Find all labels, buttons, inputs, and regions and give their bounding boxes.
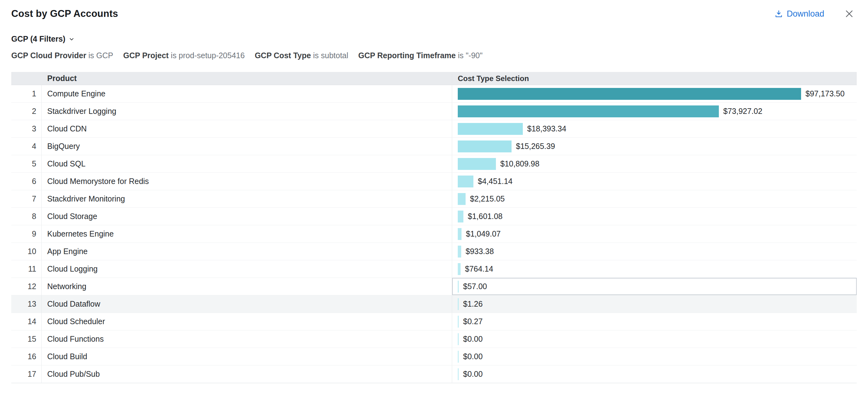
product-cell: Cloud Functions (41, 330, 452, 347)
cost-bar[interactable] (458, 193, 466, 205)
table-row[interactable]: 2Stackdriver Logging$73,927.02 (11, 102, 857, 120)
row-index: 14 (11, 313, 41, 330)
cost-value: $1.26 (463, 299, 483, 308)
cost-cell[interactable]: $73,927.02 (452, 102, 857, 120)
table-row[interactable]: 1Compute Engine$97,173.50 (11, 85, 857, 102)
cost-value: $0.00 (463, 352, 483, 361)
cost-value: $57.00 (463, 282, 487, 291)
table-row[interactable]: 3Cloud CDN$18,393.34 (11, 120, 857, 138)
cost-cell[interactable]: $15,265.39 (452, 138, 857, 155)
cost-bar[interactable] (458, 176, 473, 187)
cost-cell[interactable]: $0.00 (452, 365, 857, 383)
filter-condition: is subtotal (311, 51, 348, 60)
product-cell: Networking (41, 278, 452, 295)
row-index: 9 (11, 225, 41, 242)
close-icon (844, 9, 854, 19)
table-row[interactable]: 8Cloud Storage$1,601.08 (11, 208, 857, 225)
filters-dropdown[interactable]: GCP (4 Filters) (11, 34, 75, 43)
table-row[interactable]: 16Cloud Build$0.00 (11, 348, 857, 365)
cost-bar[interactable] (458, 123, 523, 135)
product-cell: Cloud Pub/Sub (41, 365, 452, 383)
cost-bar[interactable] (458, 316, 459, 328)
table-row[interactable]: 9Kubernetes Engine$1,049.07 (11, 225, 857, 243)
table-row[interactable]: 12Networking$57.00 (11, 278, 857, 295)
cost-bar[interactable] (458, 228, 462, 240)
table-row[interactable]: 14Cloud Scheduler$0.27 (11, 313, 857, 330)
cost-cell[interactable]: $0.00 (452, 330, 857, 347)
filter-chip[interactable]: GCP Cost Type is subtotal (255, 51, 348, 60)
cost-cell[interactable]: $97,173.50 (452, 85, 857, 102)
cost-bar[interactable] (458, 105, 719, 117)
filter-field: GCP Cost Type (255, 51, 311, 60)
cost-cell[interactable]: $0.27 (452, 313, 857, 330)
row-index: 16 (11, 348, 41, 365)
cost-bar[interactable] (458, 368, 459, 380)
cost-bar[interactable] (458, 246, 461, 258)
table-row[interactable]: 7Stackdriver Monitoring$2,215.05 (11, 190, 857, 208)
cost-value: $2,215.05 (470, 194, 505, 203)
cost-cell[interactable]: $1.26 (452, 295, 857, 312)
filter-list: GCP Cloud Provider is GCPGCP Project is … (11, 51, 868, 60)
cost-bar[interactable] (458, 333, 459, 345)
filter-chip[interactable]: GCP Project is prod-setup-205416 (123, 51, 245, 60)
table-row[interactable]: 4BigQuery$15,265.39 (11, 138, 857, 155)
table-row[interactable]: 6Cloud Memorystore for Redis$4,451.14 (11, 173, 857, 190)
download-button[interactable]: Download (775, 9, 824, 19)
cost-cell[interactable]: $4,451.14 (452, 173, 857, 190)
table-header: Product Cost Type Selection (11, 72, 857, 85)
product-cell: Cloud SQL (41, 155, 452, 173)
cost-value: $10,809.98 (500, 159, 539, 168)
product-cell: Compute Engine (41, 85, 452, 102)
filter-chip[interactable]: GCP Reporting Timeframe is "-90" (358, 51, 483, 60)
row-index: 2 (11, 102, 41, 120)
cost-value: $15,265.39 (516, 142, 555, 151)
table-row[interactable]: 17Cloud Pub/Sub$0.00 (11, 365, 857, 383)
cost-cell[interactable]: $933.38 (452, 243, 857, 260)
download-label: Download (787, 9, 824, 19)
cost-value: $18,393.34 (527, 124, 566, 133)
product-cell: Cloud Storage (41, 208, 452, 225)
cost-cell[interactable]: $764.14 (452, 260, 857, 277)
cost-bar[interactable] (458, 158, 496, 170)
table-row[interactable]: 13Cloud Dataflow$1.26 (11, 295, 857, 313)
cost-bar[interactable] (458, 263, 461, 275)
product-cell: Stackdriver Monitoring (41, 190, 452, 207)
cost-value: $0.00 (463, 369, 483, 379)
header-actions: Download (775, 9, 854, 19)
download-icon (775, 10, 783, 18)
close-button[interactable] (844, 9, 854, 19)
table-row[interactable]: 11Cloud Logging$764.14 (11, 260, 857, 278)
cost-cell[interactable]: $1,049.07 (452, 225, 857, 242)
product-cell: Cloud Scheduler (41, 313, 452, 330)
filter-field: GCP Cloud Provider (11, 51, 86, 60)
cost-cell[interactable]: $0.00 (452, 348, 857, 365)
table-body: 1Compute Engine$97,173.502Stackdriver Lo… (11, 85, 857, 383)
cost-value: $73,927.02 (723, 107, 762, 116)
table-row[interactable]: 10App Engine$933.38 (11, 243, 857, 260)
cost-cell[interactable]: $18,393.34 (452, 120, 857, 138)
product-cell: Cloud CDN (41, 120, 452, 138)
cost-bar[interactable] (458, 141, 512, 152)
product-cell: Stackdriver Logging (41, 102, 452, 120)
product-cell: App Engine (41, 243, 452, 260)
row-index: 13 (11, 295, 41, 312)
cost-cell[interactable]: $57.00 (452, 278, 857, 295)
cost-bar[interactable] (458, 211, 463, 222)
cost-bar[interactable] (458, 351, 459, 363)
filter-chip[interactable]: GCP Cloud Provider is GCP (11, 51, 113, 60)
cost-cell[interactable]: $1,601.08 (452, 208, 857, 225)
cost-value: $1,049.07 (466, 229, 501, 238)
cost-bar[interactable] (458, 281, 459, 293)
table-row[interactable]: 5Cloud SQL$10,809.98 (11, 155, 857, 173)
row-index: 4 (11, 138, 41, 155)
cost-value: $933.38 (466, 247, 494, 256)
cost-cell[interactable]: $10,809.98 (452, 155, 857, 173)
cost-bar[interactable] (458, 298, 459, 310)
cost-bar[interactable] (458, 88, 801, 100)
cost-value: $97,173.50 (805, 89, 844, 98)
row-index: 1 (11, 85, 41, 102)
table-row[interactable]: 15Cloud Functions$0.00 (11, 330, 857, 348)
cost-cell[interactable]: $2,215.05 (452, 190, 857, 207)
row-index: 6 (11, 173, 41, 190)
filter-field: GCP Project (123, 51, 168, 60)
